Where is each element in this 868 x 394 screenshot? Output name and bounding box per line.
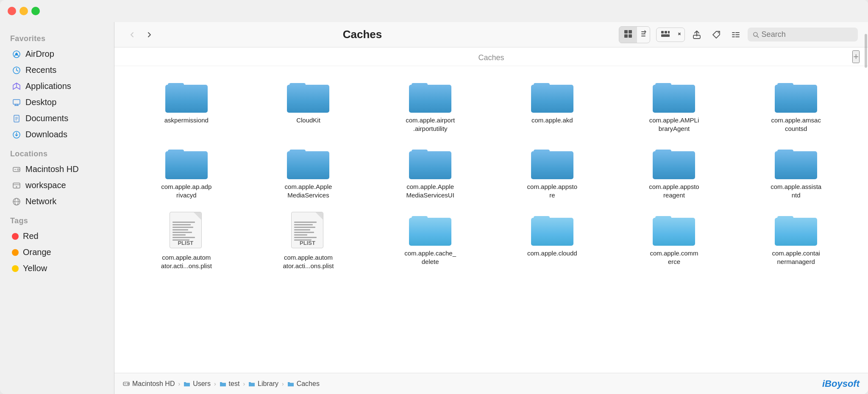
sidebar-item-downloads[interactable]: Downloads — [3, 127, 111, 142]
airdrop-icon — [12, 50, 21, 59]
close-button[interactable] — [8, 7, 16, 15]
breadcrumb-item[interactable]: Caches — [287, 380, 320, 388]
file-item[interactable]: com.apple.airport.airportutility — [371, 75, 490, 137]
file-name: com.apple.AppleMediaServicesUI — [406, 183, 454, 199]
file-item[interactable]: CloudKit — [249, 75, 368, 137]
file-item[interactable]: com.apple.AppleMediaServicesUI — [371, 141, 490, 203]
scrollbar[interactable] — [864, 31, 868, 373]
folder-icon — [409, 145, 451, 179]
list-view-sort-button[interactable] — [637, 28, 650, 42]
share-button[interactable] — [689, 27, 704, 42]
sidebar-item-yellow[interactable]: Yellow — [3, 261, 111, 276]
breadcrumb-folder-icon — [220, 381, 226, 387]
maximize-button[interactable] — [31, 7, 40, 15]
file-name: com.apple.cloudd — [527, 249, 577, 258]
file-name: com.apple.automator.acti...ons.plist — [283, 253, 334, 270]
file-item[interactable]: com.apple.AppleMediaServices — [249, 141, 368, 203]
sidebar-item-red[interactable]: Red — [3, 228, 111, 244]
documents-label: Documents — [25, 114, 68, 123]
file-item[interactable]: askpermissiond — [127, 75, 246, 137]
file-item[interactable]: com.apple.amsaccountsd — [737, 75, 855, 137]
gallery-view-button[interactable] — [657, 28, 674, 42]
desktop-label: Desktop — [25, 97, 56, 107]
grid-view-button[interactable] — [619, 27, 637, 43]
sidebar-item-workspace[interactable]: workspace — [3, 178, 111, 193]
folder-icon — [775, 212, 817, 246]
airdrop-label: AirDrop — [25, 49, 54, 59]
folder-icon — [287, 145, 329, 179]
more-options-button[interactable] — [728, 27, 743, 42]
svg-rect-20 — [624, 30, 628, 33]
search-box[interactable] — [748, 28, 858, 42]
file-name: com.apple.containermanagerd — [772, 249, 820, 266]
folder-icon — [653, 145, 695, 179]
folder-icon — [165, 79, 208, 113]
file-item[interactable]: PLIST com.apple.automator.acti...ons.pli… — [127, 208, 246, 274]
file-item[interactable]: com.apple.cache_delete — [371, 208, 490, 274]
sidebar-item-hd[interactable]: Macintosh HD — [3, 161, 111, 177]
file-item[interactable]: com.apple.AMPLibraryAgent — [615, 75, 734, 137]
search-input[interactable] — [762, 30, 853, 39]
sidebar-item-applications[interactable]: Applications — [3, 78, 111, 94]
svg-point-16 — [16, 186, 17, 187]
sidebar-item-documents[interactable]: Documents — [3, 111, 111, 126]
view-more-button[interactable] — [674, 28, 684, 42]
sidebar-item-airdrop[interactable]: AirDrop — [3, 46, 111, 62]
breadcrumb-hd-icon — [123, 380, 130, 387]
file-item[interactable]: com.apple.akd — [493, 75, 612, 137]
svg-rect-24 — [661, 31, 664, 33]
red-tag-label: Red — [23, 231, 39, 241]
file-item[interactable]: com.apple.containermanagerd — [737, 208, 855, 274]
breadcrumb-separator: › — [214, 380, 216, 387]
breadcrumb-item[interactable]: Macintosh HD — [123, 380, 175, 388]
orange-tag-label: Orange — [23, 247, 51, 257]
folder-icon — [409, 79, 451, 113]
file-item[interactable]: com.apple.commerce — [615, 208, 734, 274]
tag-button[interactable] — [709, 27, 724, 42]
minimize-button[interactable] — [19, 7, 28, 15]
file-item[interactable]: PLIST com.apple.automator.acti...ons.pli… — [249, 208, 368, 274]
file-item[interactable]: com.apple.cloudd — [493, 208, 612, 274]
recents-icon — [12, 66, 21, 75]
file-name: com.apple.commerce — [650, 249, 698, 266]
watermark: iBoysoft — [822, 378, 860, 389]
breadcrumb-item[interactable]: Users — [184, 380, 211, 388]
bottom-bar: Macintosh HD›Users›test›Library›CachesiB… — [114, 373, 868, 394]
network-icon — [12, 197, 21, 206]
file-item[interactable]: com.apple.assistantd — [737, 141, 855, 203]
orange-tag-dot — [12, 249, 19, 256]
breadcrumb-folder-icon — [248, 381, 255, 387]
sidebar-item-network[interactable]: Network — [3, 194, 111, 209]
content-folder-title: Caches — [478, 53, 504, 62]
folder-icon — [287, 79, 329, 113]
breadcrumb-label: Users — [193, 380, 211, 388]
file-item[interactable]: com.apple.appstore — [493, 141, 612, 203]
breadcrumb-item[interactable]: Library — [248, 380, 278, 388]
desktop-icon — [12, 98, 21, 107]
plist-icon: PLIST — [291, 212, 325, 250]
file-name: askpermissiond — [164, 116, 209, 125]
svg-rect-26 — [668, 31, 670, 33]
plist-icon: PLIST — [170, 212, 203, 250]
breadcrumb-label: Macintosh HD — [132, 380, 175, 388]
file-name: com.apple.appstoreagent — [649, 183, 699, 199]
sidebar-item-orange[interactable]: Orange — [3, 244, 111, 260]
scrollbar-thumb[interactable] — [865, 34, 867, 68]
add-button[interactable]: + — [852, 50, 860, 63]
applications-icon — [12, 82, 21, 91]
hd-label: Macintosh HD — [25, 164, 79, 174]
sidebar-item-recents[interactable]: Recents — [3, 62, 111, 78]
breadcrumb-label: Library — [258, 380, 278, 388]
file-name: com.apple.akd — [531, 116, 573, 125]
file-name: com.apple.automator.acti...ons.plist — [161, 253, 212, 270]
search-icon — [753, 31, 759, 38]
folder-icon — [531, 212, 573, 246]
yellow-tag-label: Yellow — [23, 264, 47, 273]
files-area[interactable]: askpermissiond CloudKit com.apple.airpor… — [114, 66, 868, 373]
favorites-header: Favorites — [0, 28, 114, 46]
file-item[interactable]: com.apple.ap.adprivacyd — [127, 141, 246, 203]
tags-header: Tags — [0, 210, 114, 228]
breadcrumb-item[interactable]: test — [220, 380, 240, 388]
sidebar-item-desktop[interactable]: Desktop — [3, 94, 111, 110]
file-item[interactable]: com.apple.appstoreagent — [615, 141, 734, 203]
